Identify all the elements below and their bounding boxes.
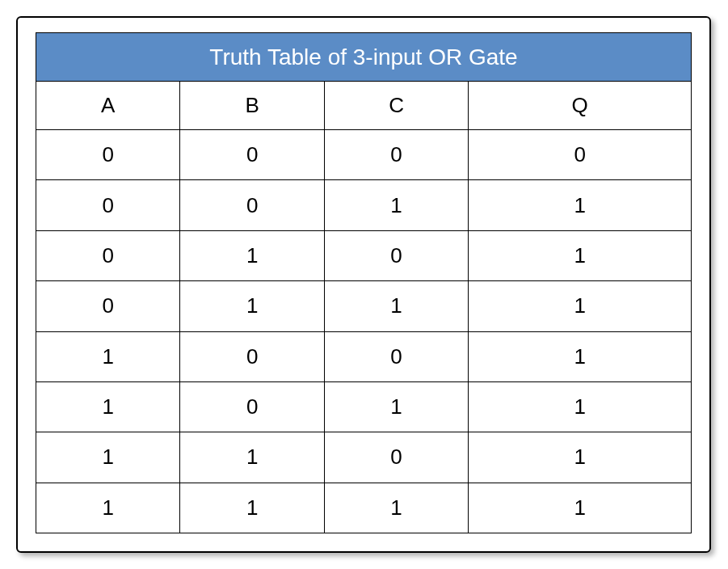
cell: 0 [36,130,180,180]
table-title: Truth Table of 3-input OR Gate [36,33,692,82]
header-row: A B C Q [36,82,692,130]
cell: 1 [469,180,692,230]
cell: 0 [36,230,180,280]
cell: 1 [180,432,324,483]
cell: 1 [324,381,468,432]
table-row: 1 0 1 1 [36,381,692,432]
table-frame: Truth Table of 3-input OR Gate A B C Q 0… [16,16,711,553]
table-row: 1 1 1 1 [36,483,692,533]
cell: 0 [324,432,468,483]
cell: 1 [36,331,180,381]
table-row: 0 1 1 1 [36,281,692,331]
cell: 0 [180,381,324,432]
cell: 1 [324,180,468,230]
table-row: 0 1 0 1 [36,230,692,280]
cell: 1 [469,381,692,432]
cell: 0 [469,130,692,180]
cell: 0 [324,331,468,381]
cell: 0 [36,180,180,230]
title-row: Truth Table of 3-input OR Gate [36,33,692,82]
cell: 1 [180,483,324,533]
cell: 0 [180,331,324,381]
table-row: 1 1 0 1 [36,432,692,483]
cell: 0 [324,130,468,180]
cell: 1 [180,230,324,280]
cell: 0 [180,130,324,180]
cell: 1 [324,483,468,533]
cell: 0 [324,230,468,280]
table-row: 0 0 1 1 [36,180,692,230]
col-header-b: B [180,82,324,130]
table-body: 0 0 0 0 0 0 1 1 0 1 0 1 0 1 1 1 [36,130,692,533]
cell: 1 [469,281,692,331]
table-row: 1 0 0 1 [36,331,692,381]
cell: 1 [469,331,692,381]
cell: 0 [36,281,180,331]
cell: 0 [180,180,324,230]
cell: 1 [469,230,692,280]
cell: 1 [36,483,180,533]
table-row: 0 0 0 0 [36,130,692,180]
col-header-c: C [324,82,468,130]
cell: 1 [469,432,692,483]
col-header-q: Q [469,82,692,130]
col-header-a: A [36,82,180,130]
cell: 1 [36,432,180,483]
truth-table: Truth Table of 3-input OR Gate A B C Q 0… [36,32,692,533]
cell: 1 [324,281,468,331]
cell: 1 [36,381,180,432]
cell: 1 [180,281,324,331]
cell: 1 [469,483,692,533]
